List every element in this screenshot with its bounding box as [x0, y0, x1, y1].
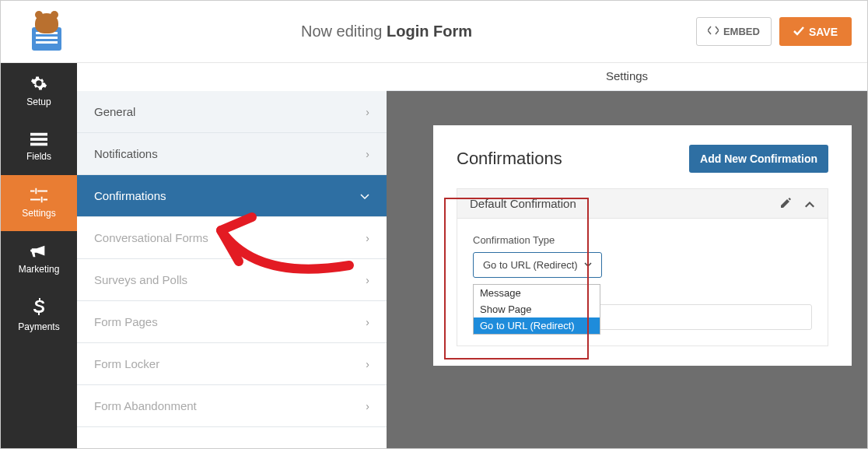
chevron-right-icon: › — [366, 106, 369, 118]
confirmation-type-dropdown[interactable]: Message Show Page Go to URL (Redirect) — [473, 284, 600, 335]
top-header: Now editing Login Form EMBED SAVE — [1, 1, 867, 63]
svg-rect-0 — [30, 133, 47, 136]
editing-title: Now editing Login Form — [77, 23, 696, 40]
logo — [16, 13, 77, 51]
check-icon — [793, 26, 804, 38]
bullhorn-icon — [30, 244, 47, 259]
left-sidebar: Setup Fields Settings Marketing Payments — [1, 63, 77, 448]
pencil-icon[interactable] — [781, 197, 792, 210]
confirmation-type-label: Confirmation Type — [473, 234, 812, 246]
chevron-down-icon — [360, 190, 369, 202]
confirmation-type-select[interactable]: Go to URL (Redirect) — [473, 252, 602, 278]
chevron-down-icon — [584, 262, 592, 268]
chevron-right-icon: › — [366, 358, 369, 370]
section-title: Confirmations — [457, 149, 562, 169]
nav-marketing[interactable]: Marketing — [1, 231, 77, 287]
settings-item-surveys[interactable]: Surveys and Polls › — [77, 259, 387, 301]
block-title: Default Confirmation — [470, 197, 576, 210]
settings-item-conversational[interactable]: Conversational Forms › — [77, 217, 387, 259]
confirmation-block: Default Confirmation Confirmation Type — [457, 188, 828, 346]
chevron-right-icon: › — [366, 274, 369, 286]
main-panel: Settings Confirmations Add New Confirmat… — [387, 63, 867, 448]
add-confirmation-button[interactable]: Add New Confirmation — [689, 145, 828, 173]
settings-submenu: Settings General › Notifications › Confi… — [77, 63, 387, 448]
chevron-up-icon[interactable] — [804, 197, 815, 210]
dropdown-option[interactable]: Show Page — [474, 301, 600, 317]
dropdown-option[interactable]: Go to URL (Redirect) — [474, 317, 600, 334]
settings-page-title: Settings — [387, 63, 867, 91]
settings-item-general[interactable]: General › — [77, 91, 387, 133]
chevron-right-icon: › — [366, 148, 369, 160]
nav-settings[interactable]: Settings — [1, 175, 77, 231]
nav-setup[interactable]: Setup — [1, 63, 77, 119]
settings-item-notifications[interactable]: Notifications › — [77, 133, 387, 175]
gear-icon — [30, 75, 47, 92]
code-icon — [708, 26, 719, 37]
dropdown-option[interactable]: Message — [474, 285, 600, 301]
svg-rect-2 — [30, 143, 47, 146]
embed-button[interactable]: EMBED — [696, 17, 772, 46]
nav-payments[interactable]: Payments — [1, 287, 77, 343]
confirmations-card: Confirmations Add New Confirmation Defau… — [433, 125, 852, 366]
chevron-right-icon: › — [366, 232, 369, 244]
settings-item-formpages[interactable]: Form Pages › — [77, 301, 387, 343]
settings-item-abandonment[interactable]: Form Abandonment › — [77, 385, 387, 427]
nav-fields[interactable]: Fields — [1, 119, 77, 175]
chevron-right-icon: › — [366, 316, 369, 328]
save-button[interactable]: SAVE — [779, 17, 852, 46]
sliders-icon — [30, 188, 47, 203]
settings-item-confirmations[interactable]: Confirmations — [77, 175, 387, 217]
settings-item-formlocker[interactable]: Form Locker › — [77, 343, 387, 385]
list-icon — [30, 132, 47, 146]
svg-rect-1 — [30, 138, 47, 141]
dollar-icon — [33, 298, 45, 317]
chevron-right-icon: › — [366, 400, 369, 412]
